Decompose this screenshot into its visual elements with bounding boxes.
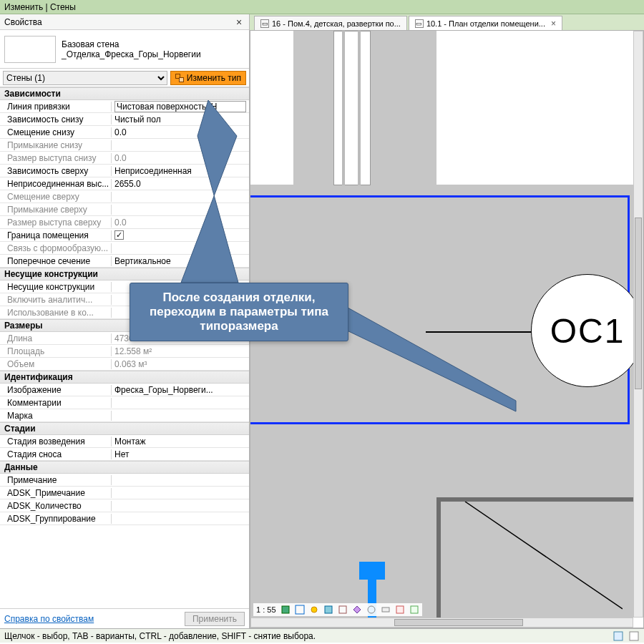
svg-marker-10	[181, 100, 238, 283]
annotation-arrow	[130, 93, 530, 422]
param-label: Размер выступа сверху	[0, 218, 112, 228]
svg-rect-12	[614, 632, 623, 640]
param-label: Зависимость сверху	[0, 166, 112, 176]
status-bar: Щелчок - выбор, TAB - варианты, CTRL - д…	[0, 628, 644, 643]
type-family-name: Базовая стена	[62, 39, 245, 49]
type-selector[interactable]: Базовая стена _Отделка_Фреска_Горы_Норве…	[0, 30, 249, 69]
param-label: ADSK_Количество	[0, 501, 112, 511]
param-label: Несущие конструкции	[0, 282, 112, 292]
view-tab[interactable]: ▭16 - Пом.4, детская, развертки по...	[254, 16, 407, 30]
param-label: ADSK_Примечание	[0, 488, 112, 498]
svg-point-6	[368, 606, 375, 613]
param-group-header[interactable]: Данные	[0, 461, 249, 474]
param-label: Изображение	[0, 385, 112, 395]
temp-view-props-icon[interactable]	[395, 605, 405, 615]
instance-filter-select[interactable]: Стены (1)	[3, 71, 167, 85]
context-title: Изменить | Стены	[4, 2, 76, 12]
edit-type-label: Изменить тип	[187, 73, 241, 83]
properties-help-link[interactable]: Справка по свойствам	[4, 614, 94, 624]
view-control-bar: 1 : 55	[253, 603, 422, 616]
param-label: Линия привязки	[0, 102, 112, 112]
param-label: Стадия возведения	[0, 436, 112, 447]
type-filter-row: Стены (1) Изменить тип	[0, 69, 249, 87]
param-label: Площадь	[0, 346, 112, 356]
reveal-constraints-icon[interactable]	[409, 605, 419, 615]
type-type-name: _Отделка_Фреска_Горы_Норвегии	[62, 49, 245, 59]
view-tab-label: 10.1 - План отделки помещени...	[426, 19, 545, 28]
annotation-callout: После создания отделки, переходим в пара…	[130, 283, 348, 341]
svg-line-0	[465, 502, 623, 609]
param-label: Марка	[0, 411, 112, 421]
param-row[interactable]: ADSK_Примечание	[0, 487, 249, 499]
param-label: Граница помещения	[0, 230, 112, 240]
param-label: Примыкание сверху	[0, 205, 112, 215]
param-label: Длина	[0, 333, 112, 343]
param-label: ADSK_Группирование	[0, 514, 112, 524]
view-scale[interactable]: 1 : 55	[256, 605, 276, 614]
svg-rect-9	[411, 606, 418, 613]
svg-rect-7	[382, 608, 389, 612]
tab-close-icon[interactable]: ×	[548, 19, 556, 29]
reveal-hidden-icon[interactable]	[381, 605, 391, 615]
param-row[interactable]: Примечание	[0, 474, 249, 487]
svg-point-3	[311, 607, 317, 613]
apply-button[interactable]: Применить	[185, 612, 245, 626]
edit-type-button[interactable]: Изменить тип	[170, 71, 246, 85]
crop-view-icon[interactable]	[338, 605, 348, 615]
view-tab-icon: ▭	[260, 19, 269, 28]
svg-rect-8	[396, 606, 404, 613]
ribbon-context-bar: Изменить | Стены	[0, 0, 644, 14]
select-status-icon[interactable]	[628, 630, 640, 642]
param-label: Связь с формообразую...	[0, 243, 112, 253]
type-text: Базовая стена _Отделка_Фреска_Горы_Норве…	[62, 39, 245, 59]
param-row[interactable]: ADSK_Количество	[0, 499, 249, 512]
visual-style-icon[interactable]	[295, 605, 305, 615]
view-tab-icon: ▭	[415, 19, 424, 28]
param-label: Поперечное сечение	[0, 256, 112, 266]
filter-status-icon[interactable]	[613, 630, 624, 642]
param-value[interactable]: Монтаж	[112, 436, 249, 447]
hide-isolate-icon[interactable]	[366, 605, 376, 615]
view-tab-label: 16 - Пом.4, детская, развертки по...	[272, 19, 401, 28]
close-icon[interactable]: ×	[233, 16, 245, 28]
svg-marker-11	[344, 308, 516, 411]
param-label: Зависимость снизу	[0, 114, 112, 125]
properties-title: Свойства	[4, 17, 42, 27]
shadows-icon[interactable]	[323, 605, 333, 615]
properties-footer: Справка по свойствам Применить	[0, 608, 249, 628]
param-label: Включить аналитич...	[0, 295, 112, 305]
room-tag-label: ОС1	[550, 311, 625, 351]
horizontal-scrollbar[interactable]	[250, 618, 633, 628]
param-label: Примыкание снизу	[0, 140, 112, 150]
param-row[interactable]: Стадия возведенияМонтаж	[0, 435, 249, 448]
param-value[interactable]: Нет	[112, 449, 249, 459]
svg-rect-4	[325, 606, 332, 613]
param-label: Размер выступа снизу	[0, 153, 112, 163]
annotation-text: После создания отделки, переходим в пара…	[150, 291, 328, 333]
param-label: Смещение снизу	[0, 127, 112, 137]
svg-rect-13	[630, 632, 638, 640]
param-label: Объем	[0, 359, 112, 369]
view-tabs: ▭16 - Пом.4, детская, развертки по...▭10…	[250, 14, 644, 30]
svg-rect-2	[296, 605, 304, 614]
param-group-header[interactable]: Стадии	[0, 422, 249, 435]
status-hint: Щелчок - выбор, TAB - варианты, CTRL - д…	[4, 631, 316, 641]
view-tab[interactable]: ▭10.1 - План отделки помещени...×	[409, 16, 562, 30]
detail-level-icon[interactable]	[280, 605, 291, 615]
checkbox-icon[interactable]: ✓	[114, 230, 124, 240]
param-row[interactable]: ADSK_Группирование	[0, 512, 249, 525]
crop-region-icon[interactable]	[352, 605, 362, 615]
svg-rect-1	[282, 606, 289, 613]
param-label: Неприсоединенная выс...	[0, 179, 112, 189]
section-line	[436, 502, 623, 618]
param-label: Стадия сноса	[0, 449, 112, 459]
vertical-scrollbar[interactable]	[633, 31, 643, 618]
properties-header: Свойства ×	[0, 14, 249, 30]
param-label: Смещение сверху	[0, 192, 112, 202]
param-label: Комментарии	[0, 398, 112, 408]
param-row[interactable]: Стадия сносаНет	[0, 448, 249, 461]
svg-rect-5	[339, 606, 346, 613]
param-label: Примечание	[0, 475, 112, 485]
type-thumbnail	[4, 36, 56, 63]
sun-path-icon[interactable]	[309, 605, 319, 615]
